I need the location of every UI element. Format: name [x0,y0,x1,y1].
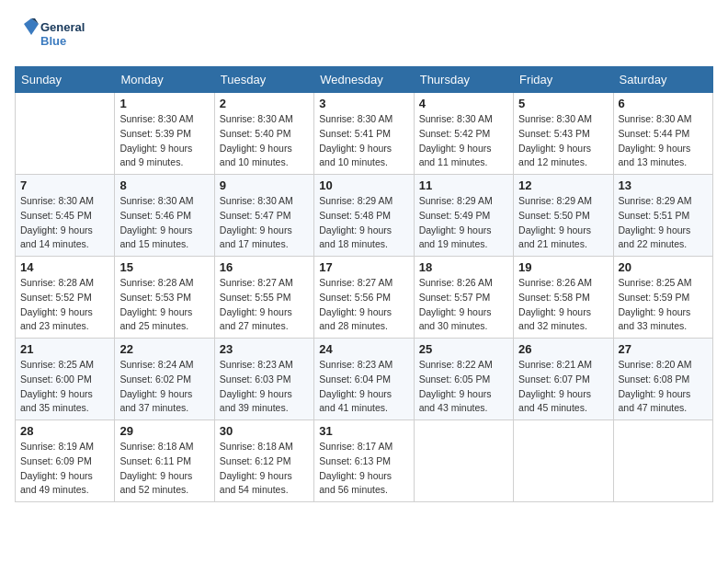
day-number: 1 [119,97,209,110]
day-number: 13 [619,178,708,192]
day-info: Sunrise: 8:27 AMSunset: 5:56 PMDaylight:… [319,276,408,334]
day-info: Sunrise: 8:18 AMSunset: 6:12 PMDaylight:… [220,440,309,498]
calendar-table: SundayMondayTuesdayWednesdayThursdayFrid… [15,66,713,502]
day-info: Sunrise: 8:29 AMSunset: 5:48 PMDaylight:… [319,194,408,252]
calendar-cell: 1Sunrise: 8:30 AMSunset: 5:39 PMDaylight… [115,93,214,175]
calendar-cell: 22Sunrise: 8:24 AMSunset: 6:02 PMDayligh… [115,339,214,420]
day-info: Sunrise: 8:27 AMSunset: 5:55 PMDaylight:… [220,276,309,334]
day-number: 26 [518,342,608,356]
weekday-header-thursday: Thursday [414,67,513,93]
calendar-cell: 4Sunrise: 8:30 AMSunset: 5:42 PMDaylight… [414,93,513,175]
calendar-cell: 31Sunrise: 8:17 AMSunset: 6:13 PMDayligh… [314,420,414,502]
day-number: 15 [119,260,209,274]
day-info: Sunrise: 8:24 AMSunset: 6:02 PMDaylight:… [119,358,209,416]
day-number: 7 [20,178,109,192]
svg-text:General: General [40,20,85,34]
weekday-header-friday: Friday [514,67,613,93]
day-number: 20 [619,260,708,274]
day-number: 16 [220,260,309,274]
calendar-cell: 13Sunrise: 8:29 AMSunset: 5:51 PMDayligh… [613,175,712,257]
calendar-cell: 5Sunrise: 8:30 AMSunset: 5:43 PMDaylight… [514,93,613,175]
calendar-cell: 11Sunrise: 8:29 AMSunset: 5:49 PMDayligh… [414,175,513,257]
day-number: 24 [319,342,408,356]
calendar-cell: 25Sunrise: 8:22 AMSunset: 6:05 PMDayligh… [414,339,513,420]
weekday-header-wednesday: Wednesday [314,67,414,93]
page-header: General Blue [15,15,713,55]
day-number: 5 [518,97,608,110]
day-info: Sunrise: 8:26 AMSunset: 5:58 PMDaylight:… [518,276,608,334]
day-number: 29 [119,424,209,438]
calendar-cell: 15Sunrise: 8:28 AMSunset: 5:53 PMDayligh… [115,257,214,339]
day-info: Sunrise: 8:29 AMSunset: 5:51 PMDaylight:… [619,194,708,252]
calendar-cell: 9Sunrise: 8:30 AMSunset: 5:47 PMDaylight… [214,175,313,257]
day-number: 19 [518,260,608,274]
calendar-cell: 17Sunrise: 8:27 AMSunset: 5:56 PMDayligh… [314,257,414,339]
weekday-header-monday: Monday [115,67,214,93]
calendar-cell: 29Sunrise: 8:18 AMSunset: 6:11 PMDayligh… [115,420,214,502]
weekday-header-sunday: Sunday [16,67,115,93]
day-number: 10 [319,178,408,192]
day-info: Sunrise: 8:21 AMSunset: 6:07 PMDaylight:… [518,358,608,416]
calendar-cell [514,420,613,502]
day-info: Sunrise: 8:26 AMSunset: 5:57 PMDaylight:… [419,276,508,334]
calendar-cell: 12Sunrise: 8:29 AMSunset: 5:50 PMDayligh… [514,175,613,257]
logo: General Blue [15,15,97,55]
calendar-cell: 6Sunrise: 8:30 AMSunset: 5:44 PMDaylight… [613,93,712,175]
day-info: Sunrise: 8:29 AMSunset: 5:49 PMDaylight:… [419,194,508,252]
calendar-cell: 16Sunrise: 8:27 AMSunset: 5:55 PMDayligh… [214,257,313,339]
day-number: 3 [319,97,408,110]
svg-text:Blue: Blue [40,34,66,48]
day-number: 31 [319,424,408,438]
calendar-cell: 7Sunrise: 8:30 AMSunset: 5:45 PMDaylight… [16,175,115,257]
day-info: Sunrise: 8:19 AMSunset: 6:09 PMDaylight:… [20,440,109,498]
day-number: 2 [220,97,309,110]
day-number: 27 [619,342,708,356]
calendar-cell [414,420,513,502]
day-number: 22 [119,342,209,356]
calendar-cell [613,420,712,502]
calendar-cell: 28Sunrise: 8:19 AMSunset: 6:09 PMDayligh… [16,420,115,502]
day-info: Sunrise: 8:30 AMSunset: 5:46 PMDaylight:… [119,194,209,252]
day-number: 18 [419,260,508,274]
calendar-cell: 26Sunrise: 8:21 AMSunset: 6:07 PMDayligh… [514,339,613,420]
calendar-cell [16,93,115,175]
day-number: 14 [20,260,109,274]
day-info: Sunrise: 8:30 AMSunset: 5:47 PMDaylight:… [220,194,309,252]
calendar-cell: 19Sunrise: 8:26 AMSunset: 5:58 PMDayligh… [514,257,613,339]
weekday-header-tuesday: Tuesday [214,67,313,93]
weekday-header-saturday: Saturday [613,67,712,93]
day-info: Sunrise: 8:30 AMSunset: 5:45 PMDaylight:… [20,194,109,252]
day-info: Sunrise: 8:30 AMSunset: 5:44 PMDaylight:… [619,112,708,170]
day-number: 21 [20,342,109,356]
day-info: Sunrise: 8:30 AMSunset: 5:43 PMDaylight:… [518,112,608,170]
calendar-cell: 21Sunrise: 8:25 AMSunset: 6:00 PMDayligh… [16,339,115,420]
day-info: Sunrise: 8:28 AMSunset: 5:53 PMDaylight:… [119,276,209,334]
day-info: Sunrise: 8:20 AMSunset: 6:08 PMDaylight:… [619,358,708,416]
day-number: 11 [419,178,508,192]
day-info: Sunrise: 8:25 AMSunset: 6:00 PMDaylight:… [20,358,109,416]
calendar-cell: 2Sunrise: 8:30 AMSunset: 5:40 PMDaylight… [214,93,313,175]
day-number: 8 [119,178,209,192]
logo-svg: General Blue [15,15,97,55]
calendar-cell: 30Sunrise: 8:18 AMSunset: 6:12 PMDayligh… [214,420,313,502]
calendar-cell: 20Sunrise: 8:25 AMSunset: 5:59 PMDayligh… [613,257,712,339]
day-number: 6 [619,97,708,110]
day-info: Sunrise: 8:30 AMSunset: 5:41 PMDaylight:… [319,112,408,170]
day-info: Sunrise: 8:29 AMSunset: 5:50 PMDaylight:… [518,194,608,252]
day-info: Sunrise: 8:18 AMSunset: 6:11 PMDaylight:… [119,440,209,498]
calendar-cell: 3Sunrise: 8:30 AMSunset: 5:41 PMDaylight… [314,93,414,175]
day-number: 25 [419,342,508,356]
day-info: Sunrise: 8:23 AMSunset: 6:04 PMDaylight:… [319,358,408,416]
day-number: 12 [518,178,608,192]
day-info: Sunrise: 8:17 AMSunset: 6:13 PMDaylight:… [319,440,408,498]
calendar-cell: 18Sunrise: 8:26 AMSunset: 5:57 PMDayligh… [414,257,513,339]
day-info: Sunrise: 8:22 AMSunset: 6:05 PMDaylight:… [419,358,508,416]
day-info: Sunrise: 8:25 AMSunset: 5:59 PMDaylight:… [619,276,708,334]
day-number: 23 [220,342,309,356]
day-info: Sunrise: 8:30 AMSunset: 5:39 PMDaylight:… [119,112,209,170]
calendar-cell: 10Sunrise: 8:29 AMSunset: 5:48 PMDayligh… [314,175,414,257]
calendar-cell: 8Sunrise: 8:30 AMSunset: 5:46 PMDaylight… [115,175,214,257]
day-info: Sunrise: 8:30 AMSunset: 5:40 PMDaylight:… [220,112,309,170]
day-number: 9 [220,178,309,192]
calendar-cell: 24Sunrise: 8:23 AMSunset: 6:04 PMDayligh… [314,339,414,420]
